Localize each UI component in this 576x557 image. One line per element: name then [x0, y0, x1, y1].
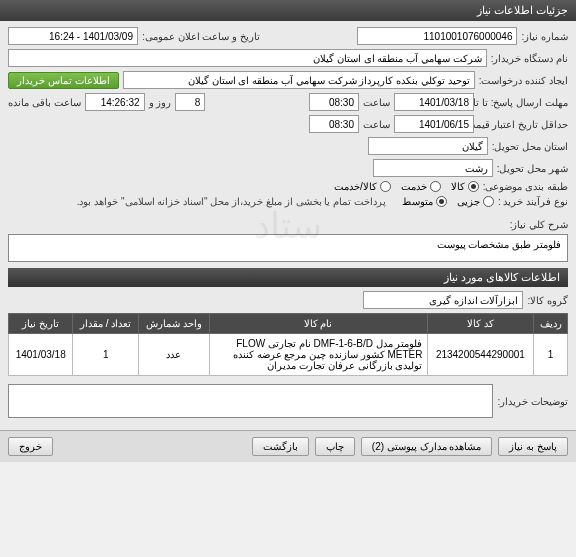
items-section-header: اطلاعات کالاهای مورد نیاز [8, 268, 568, 287]
table-header: نام کالا [209, 314, 427, 334]
details-panel: ستاد شماره نیاز: 1101001076000046 تاریخ … [0, 21, 576, 430]
radio-dot-icon [436, 196, 447, 207]
general-desc-box: فلومتر طبق مشخصات پیوست [8, 234, 568, 262]
value-goods-group: ابزارآلات اندازه گیری [363, 291, 523, 309]
reply-button[interactable]: پاسخ به نیاز [498, 437, 568, 456]
radio-dot-icon [380, 181, 391, 192]
label-province: استان محل تحویل: [492, 141, 568, 152]
value-remain-days: 8 [175, 93, 205, 111]
radio-dot-icon [483, 196, 494, 207]
label-need-no: شماره نیاز: [521, 31, 568, 42]
purchase-option-1[interactable]: متوسط [402, 196, 447, 207]
label-purchase-type: نوع فرآیند خرید : [498, 196, 568, 207]
footer-bar: پاسخ به نیاز مشاهده مدارک پیوستی (2) چاپ… [0, 430, 576, 462]
subject-option-0[interactable]: کالا [451, 181, 479, 192]
label-min-valid: حداقل تاریخ اعتبار قیمت: تا تاریخ: [478, 119, 568, 130]
label-buyer-org: نام دستگاه خریدار: [491, 53, 568, 64]
table-cell-name: فلومتر مدل DMF-1-6-B/D نام تجارتی FLOW M… [209, 334, 427, 376]
exit-button[interactable]: خروج [8, 437, 53, 456]
print-button[interactable]: چاپ [315, 437, 355, 456]
label-city: شهر محل تحویل: [497, 163, 568, 174]
back-button[interactable]: بازگشت [252, 437, 309, 456]
label-goods-group: گروه کالا: [527, 295, 568, 306]
label-remaining: ساعت باقی مانده [8, 97, 81, 108]
value-deadline-time: 08:30 [309, 93, 359, 111]
label-requester: ایجاد کننده درخواست: [479, 75, 568, 86]
label-day-and: روز و [149, 97, 172, 108]
table-cell-date: 1401/03/18 [9, 334, 73, 376]
label-subject-class: طبقه بندی موضوعی: [483, 181, 568, 192]
label-buyer-notes: توضیحات خریدار: [497, 396, 568, 407]
value-min-valid-date: 1401/06/15 [394, 115, 474, 133]
window-title: جزئیات اطلاعات نیاز [0, 0, 576, 21]
table-row[interactable]: 12134200544290001فلومتر مدل DMF-1-6-B/D … [9, 334, 568, 376]
label-deadline: مهلت ارسال پاسخ: تا تاریخ: [478, 97, 568, 108]
table-cell-idx: 1 [534, 334, 568, 376]
table-cell-code: 2134200544290001 [427, 334, 534, 376]
table-cell-qty: 1 [73, 334, 139, 376]
radio-label: جزیی [457, 196, 480, 207]
subject-option-2[interactable]: کالا/خدمت [334, 181, 391, 192]
attachments-button[interactable]: مشاهده مدارک پیوستی (2) [361, 437, 493, 456]
label-announce-date: تاریخ و ساعت اعلان عمومی: [142, 31, 260, 42]
payment-note: پرداخت تمام یا بخشی از مبلغ خرید،از محل … [77, 196, 386, 207]
table-header: تاریخ نیاز [9, 314, 73, 334]
contact-buyer-button[interactable]: اطلاعات تماس خریدار [8, 72, 119, 89]
label-general-desc: شرح کلي نیاز: [510, 219, 568, 230]
table-header: واحد شمارش [139, 314, 210, 334]
label-hour-2: ساعت [363, 119, 390, 130]
label-hour-1: ساعت [363, 97, 390, 108]
subject-class-group: کالاخدمتکالا/خدمت [334, 181, 479, 192]
purchase-type-group: جزییمتوسط [402, 196, 494, 207]
radio-label: متوسط [402, 196, 433, 207]
radio-label: خدمت [401, 181, 427, 192]
radio-dot-icon [468, 181, 479, 192]
buyer-notes-box [8, 384, 493, 418]
items-table: ردیفکد کالانام کالاواحد شمارشتعداد / مقد… [8, 313, 568, 376]
value-announce-date: 1401/03/09 - 16:24 [8, 27, 138, 45]
radio-label: کالا [451, 181, 465, 192]
value-min-valid-time: 08:30 [309, 115, 359, 133]
value-requester: توحید توکلي بنکده کارپرداز شرکت سهامي آب… [123, 71, 475, 89]
value-remain-time: 14:26:32 [85, 93, 145, 111]
radio-label: کالا/خدمت [334, 181, 377, 192]
subject-option-1[interactable]: خدمت [401, 181, 441, 192]
table-header: کد کالا [427, 314, 534, 334]
table-header: تعداد / مقدار [73, 314, 139, 334]
value-buyer-org: شرکت سهامي آب منطقه ای استان گیلان [8, 49, 487, 67]
value-city: رشت [373, 159, 493, 177]
radio-dot-icon [430, 181, 441, 192]
table-cell-unit: عدد [139, 334, 210, 376]
table-header: ردیف [534, 314, 568, 334]
value-need-no: 1101001076000046 [357, 27, 517, 45]
purchase-option-0[interactable]: جزیی [457, 196, 494, 207]
value-province: گیلان [368, 137, 488, 155]
value-deadline-date: 1401/03/18 [394, 93, 474, 111]
